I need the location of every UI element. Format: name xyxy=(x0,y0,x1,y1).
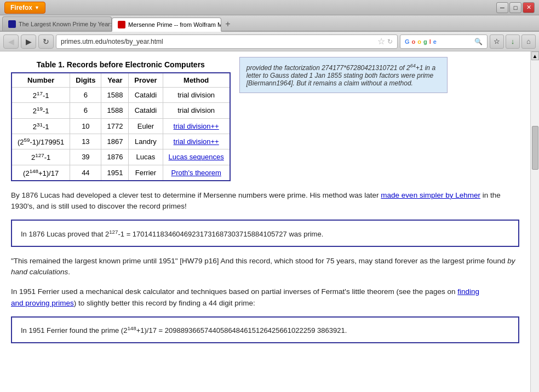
proof-text-2: In 1951 Ferrier found the prime (2148+1)… xyxy=(21,326,347,335)
side-note: provided the factorization 274177*672804… xyxy=(239,57,448,93)
paragraph3: In 1951 Ferrier used a mechanical desk c… xyxy=(11,286,519,309)
cell-prover: Landry xyxy=(129,134,163,149)
scrollbar-up-arrow[interactable]: ▲ xyxy=(531,51,539,60)
cell-digits: 6 xyxy=(70,88,101,103)
close-button[interactable]: ✕ xyxy=(523,2,535,13)
proof-box-1: In 1876 Lucas proved that 2127-1 = 17014… xyxy=(11,220,519,246)
back-button[interactable]: ◀ xyxy=(3,34,19,49)
cell-number: 2127-1 xyxy=(12,149,70,165)
cell-digits: 13 xyxy=(70,134,101,149)
table-row: (259-1)/179951 13 1867 Landry trial divi… xyxy=(12,134,230,149)
google-logo-o: o xyxy=(412,38,416,45)
cell-year: 1588 xyxy=(101,103,129,118)
tab-label-wolfram: Mersenne Prime -- from Wolfram Ma... xyxy=(128,21,221,28)
cell-year: 1876 xyxy=(101,149,129,165)
method-link[interactable]: Lucas sequences xyxy=(169,153,224,161)
cell-method: trial division xyxy=(163,88,230,103)
proof-box-2: In 1951 Ferrier found the prime (2148+1)… xyxy=(11,316,519,343)
cell-year: 1951 xyxy=(101,165,129,181)
method-link[interactable]: Proth's theorem xyxy=(171,169,221,177)
maximize-button[interactable]: □ xyxy=(509,2,521,13)
scrollbar[interactable]: ▲ xyxy=(530,51,539,392)
method-link[interactable]: trial division++ xyxy=(174,137,219,146)
minimize-button[interactable]: ─ xyxy=(496,2,508,13)
cell-method: trial division++ xyxy=(163,134,230,149)
table-caption: Table 1. Records before Electronic Compu… xyxy=(11,57,231,72)
cell-method: Proth's theorem xyxy=(163,165,230,181)
home-button[interactable]: ⌂ xyxy=(521,34,536,49)
tab-label-prime: The Largest Known Prime by Year: A ... xyxy=(19,21,112,27)
cell-prover: Euler xyxy=(129,118,163,134)
col-header-number: Number xyxy=(12,73,70,88)
scrollbar-thumb[interactable] xyxy=(532,126,538,170)
reload-button[interactable]: ↻ xyxy=(38,34,54,49)
cell-prover: Lucas xyxy=(129,149,163,165)
new-tab-button[interactable]: + xyxy=(221,18,234,31)
paragraph3-text-before: In 1951 Ferrier used a mechanical desk c… xyxy=(11,287,457,296)
table-row: 217-1 6 1588 Cataldi trial division xyxy=(12,88,230,103)
address-text: primes.utm.edu/notes/by_year.html xyxy=(61,38,163,45)
tab-largest-prime[interactable]: The Largest Known Prime by Year: A ... ✕ xyxy=(2,16,112,31)
google-logo-l: l xyxy=(429,38,431,45)
method-link[interactable]: trial division++ xyxy=(174,122,219,130)
titlebar: Firefox ─ □ ✕ xyxy=(0,0,539,15)
proof-text-1: In 1876 Lucas proved that 2127-1 = 17014… xyxy=(21,230,323,238)
paragraph1-text-before: By 1876 Lucas had developed a clever tes… xyxy=(11,191,381,199)
nav-extra-icons: ☆ ↓ ⌂ xyxy=(490,34,536,49)
side-note-text: provided the factorization 274177*672804… xyxy=(246,64,435,87)
table-row: 2127-1 39 1876 Lucas Lucas sequences xyxy=(12,149,230,165)
page-wrapper: Table 1. Records before Electronic Compu… xyxy=(0,51,539,392)
cell-digits: 10 xyxy=(70,118,101,134)
col-header-method: Method xyxy=(163,73,230,88)
col-header-year: Year xyxy=(101,73,129,88)
table-header-row: Number Digits Year Prover Method xyxy=(12,73,230,88)
tab-icon-prime xyxy=(8,20,16,28)
google-logo-e: e xyxy=(433,38,437,45)
tab-mersenne[interactable]: Mersenne Prime -- from Wolfram Ma... ✕ xyxy=(112,18,221,32)
paragraph1: By 1876 Lucas had developed a clever tes… xyxy=(11,190,519,212)
cell-number: 231-1 xyxy=(12,118,70,134)
page-content: Table 1. Records before Electronic Compu… xyxy=(0,51,530,392)
forward-button[interactable]: ▶ xyxy=(21,34,36,49)
lehmer-link[interactable]: made even simpler by Lehmer xyxy=(381,191,480,199)
paragraph3-text-after: ) to slightly better this record by find… xyxy=(74,299,255,307)
cell-prover: Cataldi xyxy=(129,103,163,118)
col-header-prover: Prover xyxy=(129,73,163,88)
cell-prover: Ferrier xyxy=(129,165,163,181)
table-row: (2148+1)/17 44 1951 Ferrier Proth's theo… xyxy=(12,165,230,181)
google-logo: G xyxy=(405,38,410,45)
search-icon: 🔍 xyxy=(474,38,483,45)
cell-year: 1588 xyxy=(101,88,129,103)
cell-digits: 39 xyxy=(70,149,101,165)
address-bar[interactable]: primes.utm.edu/notes/by_year.html ☆ ↻ xyxy=(56,34,398,49)
col-header-digits: Digits xyxy=(70,73,101,88)
cell-method: trial division++ xyxy=(163,118,230,134)
bookmark-icon[interactable]: ☆ xyxy=(377,36,385,47)
navbar: ◀ ▶ ↻ primes.utm.edu/notes/by_year.html … xyxy=(0,32,539,51)
cell-year: 1867 xyxy=(101,134,129,149)
search-bar[interactable]: G o o g l e 🔍 xyxy=(400,34,488,49)
cell-digits: 6 xyxy=(70,103,101,118)
bookmark-manager-icon[interactable]: ☆ xyxy=(490,34,504,49)
cell-digits: 44 xyxy=(70,165,101,181)
paragraph2-text: "This remained the largest known prime u… xyxy=(11,257,515,276)
paragraph2: "This remained the largest known prime u… xyxy=(11,256,519,278)
cell-year: 1772 xyxy=(101,118,129,134)
tabbar: The Largest Known Prime by Year: A ... ✕… xyxy=(0,15,539,32)
table-row: 219-1 6 1588 Cataldi trial division xyxy=(12,103,230,118)
table-row: 231-1 10 1772 Euler trial division++ xyxy=(12,118,230,134)
firefox-menu-button[interactable]: Firefox xyxy=(4,2,45,14)
table-section: Table 1. Records before Electronic Compu… xyxy=(11,57,519,181)
cell-number: (2148+1)/17 xyxy=(12,165,70,181)
cell-number: (259-1)/179951 xyxy=(12,134,70,149)
cell-number: 219-1 xyxy=(12,103,70,118)
reload-small-icon[interactable]: ↻ xyxy=(387,38,393,45)
download-icon[interactable]: ↓ xyxy=(506,34,520,49)
window-controls: ─ □ ✕ xyxy=(496,2,535,13)
tab-icon-wolfram xyxy=(118,21,125,28)
cell-number: 217-1 xyxy=(12,88,70,103)
cell-prover: Cataldi xyxy=(129,88,163,103)
table-container: Table 1. Records before Electronic Compu… xyxy=(11,57,231,181)
cell-method: trial division xyxy=(163,103,230,118)
records-table: Table 1. Records before Electronic Compu… xyxy=(11,57,231,181)
